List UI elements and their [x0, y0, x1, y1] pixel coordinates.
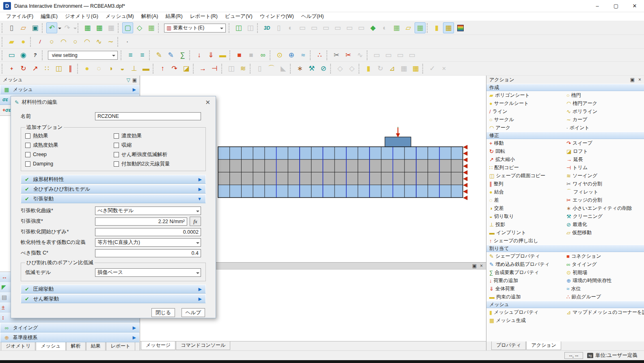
action-add-constraint[interactable]: ▬拘束の追加 — [486, 293, 564, 301]
help-button[interactable]: ヘルプ — [182, 308, 205, 317]
dialog-close-icon[interactable]: ✕ — [203, 99, 212, 106]
section-linear-material-properties[interactable]: ✔線形材料特性▶ — [21, 175, 206, 184]
tension-softening-curve-select[interactable]: べき関数モデル — [95, 206, 201, 215]
project-button[interactable]: ⊥ — [129, 63, 140, 74]
maturity-effects-checkbox[interactable] — [25, 143, 30, 148]
dropdown-arrow-icon[interactable] — [58, 28, 61, 31]
close-button[interactable]: 閉じる — [151, 308, 175, 317]
global-load-button[interactable]: ⇓ — [205, 50, 216, 61]
concentration-effects-checkbox[interactable] — [114, 133, 119, 139]
action-generate-mesh[interactable]: ▦メッシュ生成 — [486, 316, 564, 324]
mesh-grid-button[interactable]: ▦ — [146, 22, 157, 33]
checkbox-concentration-effects[interactable]: 濃度効果 — [114, 131, 201, 140]
action-mesh-property[interactable]: ▮メッシュプロパティ — [486, 308, 564, 316]
array-copy-button[interactable]: ∷ — [41, 63, 52, 74]
action-composite-property[interactable]: ∑合成要素プロパティ — [486, 268, 564, 276]
checkbox-shear-strength-reduction[interactable]: せん断強度低減解析 — [114, 150, 201, 159]
filter-icon[interactable]: ▽ — [126, 78, 130, 83]
new-document-button[interactable]: ▯ — [6, 22, 17, 33]
menu-edit[interactable]: 編集(E) — [37, 13, 61, 20]
action-intersect[interactable]: ◑交差 — [486, 204, 564, 212]
chevron-right-icon[interactable]: ▶ — [199, 177, 202, 182]
select-polygon-button[interactable]: ◇ — [134, 22, 145, 33]
action-clip[interactable]: ◒切り取り — [486, 212, 564, 220]
action-wire-split[interactable]: ✂ワイヤの分割 — [564, 180, 644, 188]
measure-button[interactable]: ▭ — [6, 50, 17, 61]
action-imprint[interactable]: ▬インプリント — [486, 228, 564, 237]
shear-strength-reduction-checkbox[interactable] — [114, 152, 119, 157]
imprint-button[interactable]: ▬ — [140, 63, 151, 74]
action-mapped-mesh-corner[interactable]: ⊿マップドメッシュのコーナーを設定 — [564, 308, 644, 316]
unite-button[interactable]: ● — [82, 63, 93, 74]
align-button[interactable]: ∥ — [65, 63, 76, 74]
softening-coefficient-definition-select[interactable]: 等方性(C直接入力) — [95, 238, 201, 247]
action-trim[interactable]: ⊣トリム — [564, 163, 644, 172]
checkbox-thermal-effects[interactable]: 熱効果 — [25, 131, 114, 140]
sewing-button[interactable]: ≋ — [238, 63, 249, 74]
name-field[interactable]: RCZONE — [95, 112, 201, 120]
mesh-view-button[interactable]: ▦ — [443, 22, 454, 33]
action-circle-sheet[interactable]: ●サークルシート — [486, 99, 564, 107]
undo-button[interactable]: ↶ — [46, 22, 57, 33]
composite-property-button[interactable]: ∑ — [177, 50, 188, 61]
action-ellipse-arc[interactable]: ◠楕円アーク — [564, 99, 644, 107]
view-setting-dropdown[interactable]: view setting — [48, 51, 118, 60]
left-tab-解析[interactable]: 解析 — [66, 342, 86, 351]
connection-button[interactable]: ■ — [234, 50, 245, 61]
menu-results[interactable]: 結果(R) — [162, 13, 186, 20]
section-tensile-behaviour[interactable]: ✔引張挙動▼ — [21, 194, 206, 203]
menu-viewer[interactable]: ビューア(V) — [221, 13, 256, 20]
reinforcement-property-button[interactable]: ✎ — [165, 50, 176, 61]
mesh-property-button[interactable]: ▮ — [363, 63, 374, 74]
fx-button[interactable]: fx — [190, 217, 201, 226]
section-shear-behaviour[interactable]: ✔せん断挙動▶ — [21, 294, 206, 303]
note-move-button[interactable]: ▱ — [403, 22, 414, 33]
action-connection[interactable]: ■コネクション — [564, 252, 644, 260]
action-shape-property[interactable]: ✎シェーププロパティ — [486, 252, 564, 260]
action-ellipse[interactable]: ○楕円 — [564, 91, 644, 99]
element-set-dropdown[interactable]: ▥要素セット(E) — [164, 24, 226, 33]
select-rectangle-button[interactable]: ▢ — [122, 22, 133, 33]
intersect-button[interactable]: ◑ — [105, 63, 116, 74]
action-point[interactable]: ∙ポイント — [564, 124, 644, 132]
environment-time-button[interactable]: ⊕ — [286, 50, 297, 61]
export-mesh-sheet-button[interactable]: ▦ — [94, 22, 105, 33]
dock-icon[interactable]: ▣ — [630, 77, 635, 83]
checkbox-additional-2d-line-mass[interactable]: 付加動的2次元線質量 — [114, 159, 201, 168]
chevron-right-icon[interactable]: ▶ — [133, 335, 136, 340]
action-circle[interactable]: ○サークル — [486, 115, 564, 124]
action-array-copy[interactable]: ∷配列コピー — [486, 163, 564, 172]
action-reinforcement-property[interactable]: ✎埋め込み鉄筋プロパティ — [486, 260, 564, 268]
display-settings-button[interactable]: ≡ — [125, 50, 136, 61]
polyline-button[interactable]: ∿ — [93, 36, 104, 47]
chevron-right-icon[interactable]: ▶ — [133, 87, 136, 92]
maximize-button[interactable]: ▢ — [607, 0, 625, 12]
message-tab-メッセージ[interactable]: メッセージ — [141, 341, 175, 350]
subtract-button[interactable]: ◌ — [93, 63, 104, 74]
action-project[interactable]: ⊥投影 — [486, 220, 564, 228]
sidebar-item-reference-coordinate-system[interactable]: ⊕ 基準座標系 ▶ — [0, 333, 140, 342]
ellipse-button[interactable]: ○ — [70, 36, 81, 47]
units-indicator[interactable]: kg 単位:ユーザー定義 — [587, 352, 638, 359]
shrinkage-checkbox[interactable] — [114, 143, 119, 148]
power-index-c-field[interactable]: 0.4 — [95, 249, 201, 257]
water-level-button[interactable]: ≈ — [298, 50, 309, 61]
reduction-model-select[interactable]: 損傷ベース — [95, 268, 201, 277]
sidebar-item-tying[interactable]: ∞ タイイング ▶ — [0, 323, 140, 333]
open-document-button[interactable]: ▱ — [18, 22, 29, 33]
action-loft[interactable]: ◪ロフト — [564, 147, 644, 155]
action-tying[interactable]: ∞タイイング — [564, 260, 644, 268]
mapped-mesh-corner-button[interactable]: ⊿ — [387, 63, 398, 74]
3d-view-button[interactable]: 3D — [261, 22, 272, 33]
checkbox-shrinkage[interactable]: 収縮 — [114, 141, 201, 150]
chevron-right-icon[interactable]: ▶ — [133, 325, 136, 330]
menu-geometry[interactable]: ジオメトリ(G) — [61, 13, 102, 20]
thermal-effects-checkbox[interactable] — [25, 133, 30, 139]
ellipse-arc-button[interactable]: ◠ — [82, 36, 93, 47]
close-window-button[interactable]: ✕ — [625, 0, 644, 12]
tension-softening-start-strain-field[interactable]: 0.0002 — [95, 228, 201, 236]
mirror-copy-button[interactable]: ◫ — [53, 63, 64, 74]
creep-checkbox[interactable] — [25, 152, 30, 157]
menu-window[interactable]: ウィンドウ(W) — [256, 13, 298, 20]
action-polyline[interactable]: ∿ポリライン — [564, 107, 644, 115]
